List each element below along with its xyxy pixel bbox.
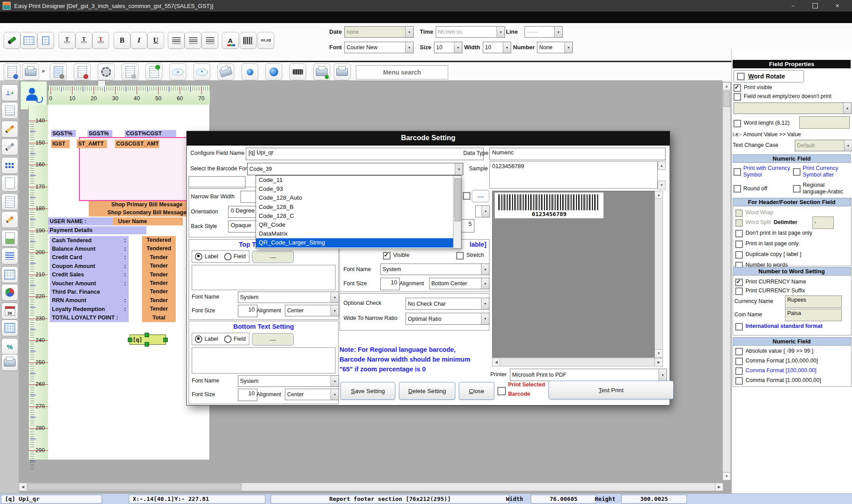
checkbox[interactable] (735, 287, 743, 295)
number-format-icon[interactable]: ##.#0 (257, 32, 274, 49)
close-button[interactable]: ✕ (826, 0, 848, 12)
field-label[interactable]: IGST (51, 140, 70, 148)
underline-icon[interactable]: U (147, 32, 164, 49)
hf-check[interactable]: Print in last page only (735, 240, 812, 248)
report-page[interactable]: SGST%SGST%CGST%CGST IGSTST_AMTTCGSCGST_A… (48, 105, 210, 460)
text-align-middle-icon[interactable]: T (75, 32, 92, 49)
vertical-scrollbar[interactable] (722, 90, 731, 473)
word-split-row[interactable]: Word Split Delimiter (735, 219, 797, 227)
insert-field-icon[interactable]: ⊥+ (1, 84, 18, 101)
user-name-row[interactable]: USER NAME : User Name (48, 217, 183, 225)
user-name-value[interactable]: User Name (113, 217, 183, 225)
pen-icon[interactable] (1, 138, 18, 155)
italic-icon[interactable]: I (130, 32, 147, 49)
print-selected-checkbox[interactable] (497, 387, 506, 395)
close-button[interactable]: Close (459, 382, 494, 400)
visible-check-row[interactable]: Visible (383, 252, 410, 260)
top-font-name-select[interactable]: System (238, 291, 339, 303)
word-rotate-button[interactable]: Word Rotate (734, 70, 804, 83)
date-select[interactable]: none (344, 26, 414, 38)
payment-row[interactable]: RRN Amount: Tender (50, 296, 176, 305)
payment-row[interactable]: Credit Card: Tender (50, 253, 176, 262)
field-radio[interactable] (224, 335, 232, 343)
numeric-check[interactable]: Print Currency Symbol after (793, 165, 851, 178)
document-schedule-icon[interactable] (122, 63, 138, 80)
top-alignment-select[interactable]: Center (285, 305, 339, 316)
pie-chart-icon[interactable] (1, 284, 18, 301)
print-icon[interactable] (22, 63, 39, 80)
numbered-list-icon[interactable] (1, 248, 18, 264)
payment-row[interactable]: Cash Tendered: Tendered (50, 236, 176, 244)
paintbrush-icon[interactable] (4, 32, 20, 49)
web-globe-icon[interactable] (265, 63, 282, 80)
checkbox-checked[interactable] (735, 279, 743, 286)
dialog-title[interactable]: Barcode Setting (187, 131, 670, 146)
scroll-down-icon[interactable]: ▼ (722, 472, 731, 480)
bold-icon[interactable]: B (114, 32, 130, 49)
keyboard-icon[interactable] (289, 63, 306, 80)
dropdown-option[interactable]: QR_Code (256, 220, 453, 229)
thermal-printer-icon[interactable] (217, 63, 234, 80)
checkbox[interactable] (456, 252, 464, 260)
resize-handle-right[interactable] (163, 338, 168, 342)
checkbox-checked[interactable] (383, 252, 390, 260)
font-color-icon[interactable]: A (222, 32, 239, 49)
word-length-input[interactable] (799, 116, 850, 129)
checkbox[interactable] (735, 358, 743, 365)
scrollbar-thumb[interactable] (28, 484, 241, 490)
sample-textarea[interactable]: 0123456789 (489, 161, 658, 189)
field-label[interactable]: ST_AMTT (77, 140, 107, 148)
checkbox[interactable] (735, 251, 743, 259)
form-designer-icon[interactable] (74, 63, 91, 80)
top-font-size-input[interactable]: 10 (238, 305, 257, 317)
numeric-format-check[interactable]: Comma Format [1.000.000,00] (735, 377, 821, 385)
field-label[interactable]: CGST%CGST (125, 130, 176, 137)
percent-icon[interactable]: % (1, 338, 18, 355)
horizontal-scrollbar[interactable] (26, 483, 716, 491)
checkbox[interactable] (734, 93, 741, 101)
dropdown-scrollbar[interactable] (453, 176, 461, 248)
barcode-font-size-input[interactable]: 10 (380, 278, 400, 290)
data-type-input[interactable]: Numeric (489, 148, 666, 160)
field-label[interactable]: SGST% (87, 130, 112, 137)
checkbox[interactable] (734, 185, 741, 193)
text-check-icon[interactable]: T (92, 32, 109, 49)
checkbox[interactable] (734, 168, 741, 176)
menu-search-input[interactable] (356, 65, 448, 79)
dialog-checkbox[interactable] (463, 192, 470, 200)
label-radio[interactable] (195, 335, 202, 343)
scrollbar-thumb[interactable] (454, 178, 461, 221)
numeric-check[interactable]: Regional language-Arabic (793, 182, 851, 195)
resize-handle-left[interactable] (128, 338, 132, 342)
print-visible-row[interactable]: Print visible (734, 84, 772, 92)
bottom-font-size-input[interactable]: 10 (238, 389, 257, 401)
numeric-format-check[interactable]: Absolute value [ -99 >> 99 ] (735, 348, 821, 355)
checkbox[interactable] (735, 323, 743, 331)
currency-name-input[interactable]: Rupees (785, 295, 842, 308)
hf-check[interactable]: Duplicate copy [ label ] (735, 251, 812, 259)
checkbox[interactable] (734, 120, 741, 127)
test-print-button[interactable]: Test Print (548, 381, 674, 399)
width-select[interactable]: 10 (483, 42, 511, 53)
checkbox[interactable] (793, 185, 801, 193)
payment-row[interactable]: Balance Amount: Tendered (50, 244, 176, 253)
font-select[interactable]: Courier New (344, 42, 414, 53)
barcode-font-select[interactable]: Code_39 (247, 163, 463, 175)
dropdown-option[interactable]: Code_128_Auto (256, 193, 453, 202)
signature-icon[interactable] (1, 211, 18, 228)
cloud-upload-icon[interactable]: ▲ (170, 63, 186, 80)
printer-select[interactable]: Microsoft Print to PDF (510, 369, 667, 381)
configure-field-name-input[interactable]: [q] Upi_qr (246, 148, 484, 160)
time-select[interactable]: hh:mm:ss (436, 26, 505, 38)
table-grid-icon[interactable] (20, 32, 37, 49)
payment-row[interactable]: Credit Sales: Tender (50, 271, 176, 279)
insert-image-icon[interactable] (1, 230, 18, 247)
number-select[interactable]: None (537, 42, 573, 53)
delimiter-input[interactable]: , (813, 217, 834, 229)
preview-scroll-right-icon[interactable]: ▶ (655, 358, 663, 366)
blank-page-icon[interactable] (1, 175, 18, 192)
align-left-icon[interactable] (168, 32, 185, 49)
calendar-icon[interactable]: 26 (1, 303, 18, 319)
report-settings-icon[interactable] (50, 63, 67, 80)
scrollbar-thumb[interactable] (723, 91, 730, 107)
